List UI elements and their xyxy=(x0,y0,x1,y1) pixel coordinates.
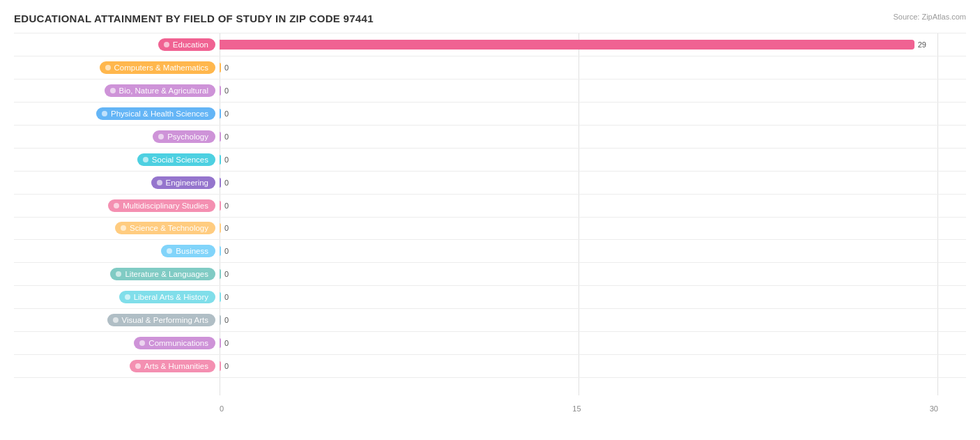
label-area: Engineering xyxy=(14,176,220,189)
label-area: Computers & Mathematics xyxy=(14,61,220,74)
bar-fill xyxy=(220,269,221,279)
bar-value: 0 xyxy=(224,109,229,118)
label-area: Liberal Arts & History xyxy=(14,291,220,303)
bar-label: Bio, Nature & Agricultural xyxy=(105,84,215,97)
label-dot xyxy=(102,111,107,116)
bar-fill xyxy=(220,40,914,50)
label-dot xyxy=(110,88,116,93)
bar-label: Multidisciplinary Studies xyxy=(108,199,215,212)
label-text: Science & Technology xyxy=(130,224,208,232)
bar-fill xyxy=(220,361,221,371)
bar-row: Physical & Health Sciences0 xyxy=(14,103,966,126)
label-dot xyxy=(167,248,172,254)
label-dot xyxy=(125,294,130,300)
bar-track: 29 xyxy=(220,40,938,50)
bar-track: 0 xyxy=(220,246,938,256)
label-dot xyxy=(105,65,111,70)
bar-value: 29 xyxy=(918,40,926,49)
bar-fill xyxy=(220,223,221,233)
bar-row: Education29 xyxy=(14,33,966,56)
bar-label: Liberal Arts & History xyxy=(119,291,215,303)
bar-area: 0 xyxy=(220,103,966,125)
bar-track: 0 xyxy=(220,315,938,325)
label-area: Social Sciences xyxy=(14,153,220,166)
chart-body: Education29Computers & Mathematics0Bio, … xyxy=(14,33,966,413)
bar-fill xyxy=(220,109,221,119)
label-area: Science & Technology xyxy=(14,222,220,234)
bar-label: Physical & Health Sciences xyxy=(96,107,215,120)
bar-area: 0 xyxy=(220,332,966,354)
bar-row: Psychology0 xyxy=(14,126,966,149)
bar-row: Visual & Performing Arts0 xyxy=(14,309,966,332)
label-dot xyxy=(143,157,148,162)
bar-area: 0 xyxy=(220,309,966,331)
label-dot xyxy=(139,340,145,346)
label-dot xyxy=(114,203,119,208)
bar-row: Science & Technology0 xyxy=(14,218,966,241)
chart-source: Source: ZipAtlas.com xyxy=(893,13,966,21)
bar-track: 0 xyxy=(220,201,938,211)
bar-value: 0 xyxy=(224,362,229,370)
bar-row: Social Sciences0 xyxy=(14,149,966,172)
x-axis-label: 0 xyxy=(220,404,224,413)
bar-row: Multidisciplinary Studies0 xyxy=(14,195,966,218)
label-dot xyxy=(116,271,121,277)
label-area: Bio, Nature & Agricultural xyxy=(14,84,220,97)
bar-area: 0 xyxy=(220,218,966,240)
bar-label: Business xyxy=(161,245,215,257)
bar-value: 0 xyxy=(224,316,229,324)
bar-fill xyxy=(220,338,221,348)
bar-label: Arts & Humanities xyxy=(130,360,215,372)
label-text: Visual & Performing Arts xyxy=(122,316,208,324)
bar-area: 0 xyxy=(220,263,966,285)
x-axis-label: 30 xyxy=(930,404,938,413)
label-area: Psychology xyxy=(14,130,220,143)
bar-value: 0 xyxy=(224,270,229,278)
label-area: Multidisciplinary Studies xyxy=(14,199,220,212)
bar-label: Computers & Mathematics xyxy=(100,61,216,74)
bar-track: 0 xyxy=(220,269,938,279)
label-area: Physical & Health Sciences xyxy=(14,107,220,120)
bar-value: 0 xyxy=(224,202,229,210)
bar-row: Computers & Mathematics0 xyxy=(14,56,966,79)
bar-value: 0 xyxy=(224,132,229,141)
bar-row: Bio, Nature & Agricultural0 xyxy=(14,79,966,103)
bar-fill xyxy=(220,315,221,325)
label-dot xyxy=(121,225,126,231)
x-axis: 01530 xyxy=(14,395,966,413)
chart-container: EDUCATIONAL ATTAINMENT BY FIELD OF STUDY… xyxy=(0,0,980,440)
bar-track: 0 xyxy=(220,223,938,233)
bar-label: Psychology xyxy=(153,130,215,143)
label-area: Arts & Humanities xyxy=(14,360,220,372)
bar-track: 0 xyxy=(220,338,938,348)
rows-area: Education29Computers & Mathematics0Bio, … xyxy=(14,33,966,395)
bar-label: Literature & Languages xyxy=(110,268,215,280)
label-dot xyxy=(158,134,164,139)
chart-title: EDUCATIONAL ATTAINMENT BY FIELD OF STUDY… xyxy=(14,13,374,24)
bar-label: Communications xyxy=(134,337,215,349)
bar-area: 0 xyxy=(220,286,966,308)
label-area: Visual & Performing Arts xyxy=(14,314,220,326)
label-text: Bio, Nature & Agricultural xyxy=(119,86,208,95)
bar-track: 0 xyxy=(220,292,938,302)
bar-track: 0 xyxy=(220,109,938,119)
bar-label: Visual & Performing Arts xyxy=(107,314,215,326)
label-text: Social Sciences xyxy=(152,155,208,164)
bar-track: 0 xyxy=(220,86,938,96)
bar-fill xyxy=(220,132,221,142)
bar-row: Engineering0 xyxy=(14,172,966,195)
label-text: Physical & Health Sciences xyxy=(111,109,208,118)
bar-value: 0 xyxy=(224,63,229,72)
bar-fill xyxy=(220,86,221,96)
bar-value: 0 xyxy=(224,155,229,164)
bar-area: 0 xyxy=(220,56,966,79)
label-area: Business xyxy=(14,245,220,257)
label-text: Education xyxy=(173,40,208,49)
bar-row: Literature & Languages0 xyxy=(14,263,966,286)
label-dot xyxy=(157,180,162,185)
bar-fill xyxy=(220,246,221,256)
label-text: Psychology xyxy=(167,132,208,141)
bar-value: 0 xyxy=(224,339,229,347)
bar-row: Business0 xyxy=(14,240,966,263)
chart-header: EDUCATIONAL ATTAINMENT BY FIELD OF STUDY… xyxy=(14,13,966,24)
